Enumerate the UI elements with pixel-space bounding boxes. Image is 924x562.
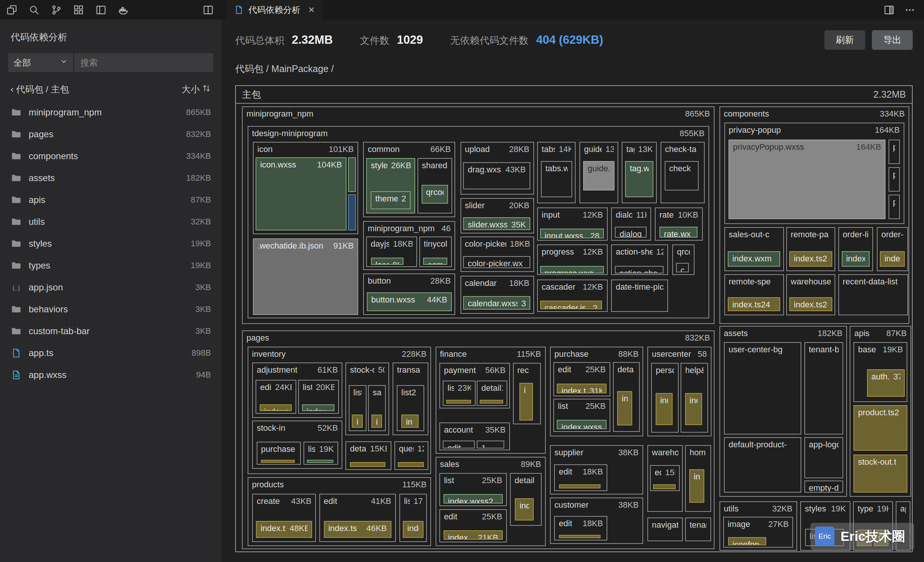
treemap-node[interactable]: tenant-bg. (804, 342, 844, 435)
treemap-node[interactable] (350, 462, 385, 467)
treemap-node[interactable] (559, 484, 601, 488)
close-icon[interactable]: × (308, 5, 314, 15)
treemap-node[interactable]: index.ts24 (728, 297, 780, 311)
back-breadcrumb[interactable]: ‹ 代码包 / 主包 (11, 83, 69, 95)
treemap-node[interactable]: input12KBinput.wxss28 (537, 207, 607, 241)
treemap-node[interactable]: reci (513, 363, 541, 424)
treemap-node[interactable]: apis87KBbase19KBauth.ts37product.ts2stoc… (850, 326, 911, 497)
treemap-node[interactable]: button28KBbutton.wxss44KB (363, 273, 455, 315)
treemap-node[interactable]: index.t (260, 404, 292, 412)
file-list-item[interactable]: custom-tab-bar3KB (0, 320, 222, 342)
treemap-node[interactable]: color-picker18KBcolor-picker.wx (460, 236, 534, 272)
file-list-item[interactable]: styles19KB (0, 233, 222, 255)
treemap-node[interactable]: purchase88KBedit25KBindex.ts31Kdetaincli… (550, 347, 643, 436)
treemap-node[interactable]: color-picker.wx (463, 256, 530, 268)
treemap-node[interactable]: edit18KB (554, 516, 607, 541)
treemap-node[interactable]: list1in (349, 385, 367, 431)
treemap-node[interactable] (261, 460, 295, 463)
treemap-node[interactable]: hominc (685, 445, 711, 512)
treemap-node[interactable]: tag13KBtag.wx (622, 142, 657, 203)
treemap-node[interactable]: drag.wxs43KB (463, 162, 530, 189)
treemap-node[interactable]: tenant (685, 517, 711, 541)
treemap-node[interactable]: order-liindex (877, 227, 908, 271)
treemap-node[interactable]: default-product- (724, 437, 801, 492)
treemap-node[interactable]: ind (656, 393, 673, 425)
layout-icon[interactable] (96, 5, 106, 15)
treemap-node[interactable]: 主包2.32MBminiprogram_npm865KBtdesign-mini… (235, 85, 913, 552)
app-icon[interactable] (7, 5, 17, 15)
treemap-node[interactable]: index (842, 251, 870, 267)
file-list-item[interactable]: app.wxss94B (0, 364, 222, 386)
treemap-node[interactable]: inde (515, 498, 533, 521)
treemap-node[interactable]: action-she (615, 266, 664, 273)
treemap-node[interactable]: index.ts46KB (324, 521, 391, 538)
treemap-node[interactable]: calendar18KBcalendar.wxss3 (460, 276, 534, 314)
split-editor-icon[interactable] (203, 5, 213, 15)
treemap-node[interactable]: edit25KBindex21KB (439, 509, 507, 542)
treemap-node[interactable]: list25KBindex.wxss2 (439, 473, 507, 506)
treemap-node[interactable]: index.ts48KB (256, 521, 312, 538)
treemap-node[interactable]: recent-data-list (838, 274, 908, 315)
treemap-node[interactable]: privacyPopup.wxss164KB (728, 140, 886, 219)
treemap-node[interactable]: assets182KBuser-center-bgtenant-bg.defau… (719, 326, 847, 497)
treemap-node[interactable]: guide. (583, 161, 614, 190)
columns-icon[interactable] (884, 5, 894, 15)
treemap-node[interactable]: input.wxss28 (540, 229, 604, 238)
file-list-item[interactable]: assets182KB (0, 167, 222, 189)
file-list-item[interactable]: types19KB (0, 255, 222, 276)
no-dependency-link[interactable]: 404 (629KB) (536, 33, 603, 47)
treemap-node[interactable]: index. (653, 484, 676, 490)
treemap-node[interactable]: index (302, 404, 334, 412)
treemap-node[interactable]: user-center-bg (724, 342, 801, 435)
treemap-node[interactable]: tdesign-miniprogram855KBicon101KBicon.wx… (248, 126, 709, 318)
treemap-node[interactable]: query12 (394, 441, 429, 470)
treemap-node[interactable]: products115KBcreate43KBindex.ts48KBedit4… (248, 477, 431, 546)
treemap-node[interactable]: inc (617, 391, 632, 425)
treemap-node[interactable]: create43KBindex.ts48KB (252, 494, 316, 542)
treemap-node[interactable]: components334KBprivacy-popup164KBprivacy… (719, 106, 909, 324)
treemap-node[interactable]: list2in (397, 385, 424, 431)
treemap-node[interactable]: edit15KBindex. (650, 465, 680, 491)
treemap-node[interactable]: ic (348, 194, 356, 230)
treemap-node[interactable] (307, 460, 333, 463)
treemap-node[interactable]: remote-speindex.ts24 (724, 274, 784, 315)
treemap-node[interactable]: qrcoco (672, 244, 695, 275)
treemap-node[interactable]: in (371, 415, 382, 428)
search-input[interactable] (74, 53, 213, 72)
treemap-node[interactable]: app-logo (804, 437, 844, 478)
treemap-node[interactable]: account35KBedit1 (439, 422, 510, 450)
treemap-node[interactable]: miniprogram_npm865KBtdesign-miniprogram8… (242, 106, 715, 324)
treemap-node[interactable]: date-time-pick (611, 279, 668, 312)
treemap-node[interactable]: icon101KBicon.wxss104KBicic (253, 142, 358, 234)
treemap-node[interactable]: progress.wxs (540, 266, 604, 273)
treemap-node[interactable]: locale9K (371, 258, 403, 264)
sort-control[interactable]: 大小 (182, 83, 211, 95)
file-list-item[interactable]: utils32KB (0, 211, 222, 233)
treemap-node[interactable]: help&inc (681, 363, 708, 433)
treemap-node[interactable]: base19KBauth.ts37 (853, 342, 907, 402)
treemap-node[interactable]: index.ts31K (557, 384, 607, 393)
more-icon[interactable] (905, 5, 915, 15)
treemap-node[interactable]: stock-in52KBpurchaselist19KB (252, 421, 342, 469)
treemap-node[interactable]: supplier38KBedit18KB (550, 445, 643, 494)
treemap-node[interactable]: adjustment61KBedit24KBindex.tlist20KBind… (252, 362, 342, 418)
treemap-node[interactable]: in (352, 415, 362, 428)
treemap-node[interactable]: index.ts2 (789, 297, 832, 311)
treemap-node[interactable]: index (480, 400, 503, 404)
treemap-node[interactable]: i (519, 383, 533, 421)
treemap-node[interactable]: warehouseedit15KBindex. (647, 445, 683, 512)
treemap-node[interactable]: detail1index (477, 381, 507, 406)
treemap-node[interactable]: in (401, 415, 419, 428)
treemap-node[interactable]: tag.wx (625, 161, 653, 197)
treemap-node[interactable]: common66KBstyle26KBtheme2sharedqrcod (363, 142, 455, 218)
treemap-node[interactable]: transalist2in (393, 362, 429, 436)
export-button[interactable]: 导出 (872, 30, 913, 50)
file-list-item[interactable]: app.ts898B (0, 342, 222, 364)
treemap-node[interactable]: stock-out.t (853, 455, 907, 493)
file-list-item[interactable]: apis87KB (0, 189, 222, 211)
treemap-node[interactable]: rate.wx (659, 227, 698, 237)
treemap-node[interactable]: rate10KBrate.wx (655, 207, 703, 241)
treemap-node[interactable]: finance115KBpayment56KBlist23KBindexdeta… (436, 347, 546, 454)
treemap-node[interactable]: index.wxss2 (444, 494, 503, 504)
docker-icon[interactable] (118, 5, 128, 15)
